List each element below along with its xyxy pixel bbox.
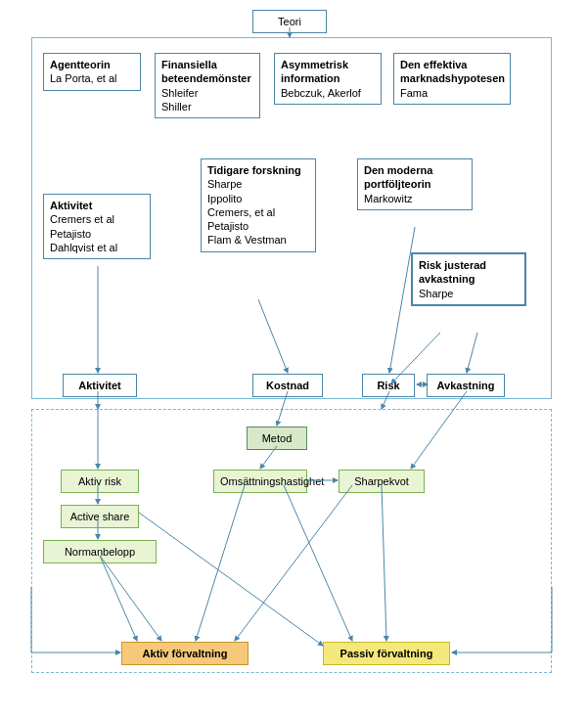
effektiva-box: Den effektiva marknadshypotesen Fama — [393, 53, 511, 105]
kostnad-measure-label: Kostnad — [259, 379, 316, 392]
tidigare-s4: Petajisto — [207, 219, 309, 233]
kostnad-measure-box: Kostnad — [252, 374, 323, 397]
omsattning-box: Normanbelopp — [43, 540, 157, 563]
teori-label: Teori — [278, 16, 301, 27]
normanbelopp-label: Omsättningshastighet — [220, 474, 300, 488]
metod-box: Metod — [247, 427, 307, 450]
tidigare-s3: Cremers, et al — [207, 205, 309, 219]
agentteorin-title: Agentteorin — [50, 58, 134, 71]
finansiella-subtitle: Shleifer — [161, 86, 253, 100]
active-share-label: Active share — [68, 510, 132, 523]
omsattning-label: Normanbelopp — [50, 545, 150, 559]
aktiv-forvaltning-label: Aktiv förvaltning — [128, 647, 242, 660]
teori-box: Teori — [252, 10, 327, 33]
passiv-forvaltning-label: Passiv förvaltning — [330, 647, 443, 660]
avkastning-measure-label: Avkastning — [433, 379, 498, 392]
moderna-title: Den moderna portföljteorin — [364, 163, 466, 192]
sharpekvot-label: Sharpekvot — [345, 474, 418, 488]
tidigare-title: Tidigare forskning — [207, 163, 309, 177]
risk-justerad-subtitle: Sharpe — [419, 287, 519, 300]
aktivitet-measure-box: Aktivitet — [63, 374, 137, 397]
active-share-box: Active share — [61, 505, 139, 528]
aktiv-risk-label: Aktiv risk — [68, 474, 132, 488]
tidigare-box: Tidigare forskning Sharpe Ippolito Creme… — [201, 158, 316, 252]
aktivitet-ref-title: Aktivitet — [50, 199, 144, 212]
finansiella-box: Finansiella beteendemönster Shleifer Shi… — [155, 53, 260, 118]
tidigare-s2: Ippolito — [207, 192, 309, 205]
sharpekvot-box: Sharpekvot — [339, 470, 425, 493]
finansiella-subtitle2: Shiller — [161, 100, 253, 113]
aktivitet-measure-label: Aktivitet — [69, 379, 130, 392]
asymmetrisk-box: Asymmetrisk information Bebczuk, Akerlof — [274, 53, 382, 105]
moderna-box: Den moderna portföljteorin Markowitz — [357, 158, 473, 210]
effektiva-subtitle: Fama — [400, 86, 504, 100]
agentteorin-box: Agentteorin La Porta, et al — [43, 53, 141, 91]
diagram: Teori Agentteorin La Porta, et al Finans… — [0, 0, 588, 719]
tidigare-s1: Sharpe — [207, 177, 309, 191]
risk-measure-label: Risk — [369, 379, 408, 392]
aktivitet-ref-box: Aktivitet Cremers et al Petajisto Dahlqv… — [43, 194, 151, 259]
aktivitet-ref-subtitle3: Dahlqvist et al — [50, 241, 144, 254]
finansiella-title: Finansiella beteendemönster — [161, 58, 253, 86]
avkastning-measure-box: Avkastning — [427, 374, 505, 397]
asymmetrisk-title: Asymmetrisk information — [281, 58, 375, 86]
agentteorin-subtitle: La Porta, et al — [50, 71, 134, 85]
effektiva-title: Den effektiva marknadshypotesen — [400, 58, 504, 86]
tidigare-s5: Flam & Vestman — [207, 233, 309, 247]
aktivitet-ref-subtitle1: Cremers et al — [50, 212, 144, 226]
aktiv-risk-box: Aktiv risk — [61, 470, 139, 493]
aktivitet-ref-subtitle2: Petajisto — [50, 227, 144, 241]
aktiv-forvaltning-box: Aktiv förvaltning — [121, 642, 249, 665]
risk-justerad-title: Risk justerad avkastning — [419, 258, 519, 287]
risk-measure-box: Risk — [362, 374, 415, 397]
normanbelopp-box: Omsättningshastighet — [213, 470, 307, 493]
asymmetrisk-subtitle: Bebczuk, Akerlof — [281, 86, 375, 100]
moderna-subtitle: Markowitz — [364, 192, 466, 205]
risk-justerad-box: Risk justerad avkastning Sharpe — [411, 252, 526, 306]
metod-label: Metod — [253, 431, 300, 445]
passiv-forvaltning-box: Passiv förvaltning — [323, 642, 450, 665]
